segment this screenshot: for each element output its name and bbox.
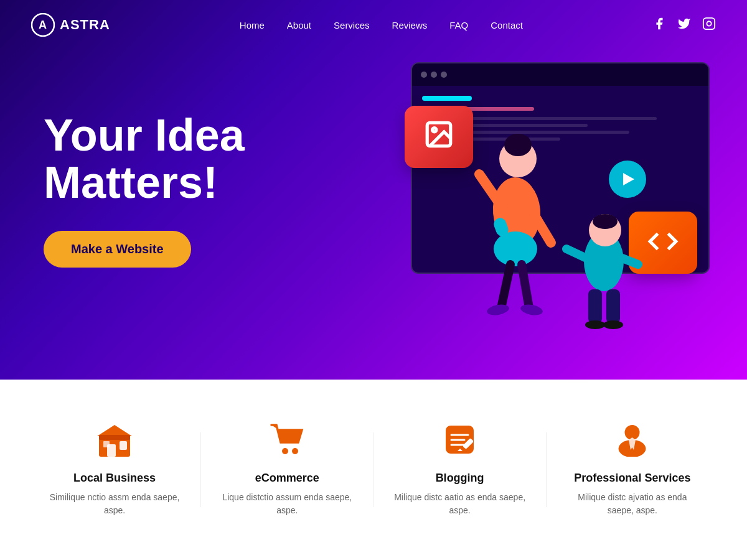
hero-section: Your Idea Matters! Make a Website	[0, 0, 747, 380]
nav-services[interactable]: Services	[334, 20, 370, 30]
ecommerce-icon	[270, 422, 304, 462]
svg-rect-29	[120, 441, 127, 450]
professional-icon	[615, 422, 649, 462]
svg-rect-31	[99, 435, 130, 440]
twitter-icon[interactable]	[677, 17, 691, 34]
divider-1	[200, 432, 201, 507]
hero-title: Your Idea Matters!	[44, 112, 245, 206]
play-button[interactable]	[609, 161, 646, 198]
divider-2	[373, 432, 374, 507]
main-nav: Home About Services Reviews FAQ Contact	[240, 20, 523, 30]
browser-dot-3	[441, 72, 447, 78]
professional-desc: Milique distc ajvatio as enda saepe, asp…	[564, 491, 701, 517]
svg-rect-2	[703, 17, 715, 29]
svg-rect-24	[606, 289, 620, 324]
svg-rect-30	[103, 441, 110, 447]
ecommerce-desc: Lique distctio assum enda saepe, aspe.	[218, 491, 355, 517]
service-ecommerce: eCommerce Lique distctio assum enda saep…	[218, 422, 355, 517]
svg-point-16	[520, 303, 543, 317]
cta-button[interactable]: Make a Website	[44, 231, 191, 268]
svg-text:A: A	[39, 19, 47, 31]
ecommerce-title: eCommerce	[255, 472, 319, 485]
blogging-desc: Milique distc aatio as enda saepe, aspe.	[392, 491, 529, 517]
nav-about[interactable]: About	[287, 20, 311, 30]
svg-rect-23	[588, 289, 602, 324]
svg-point-32	[282, 448, 288, 454]
browser-bar	[412, 63, 708, 86]
svg-point-5	[433, 128, 436, 131]
blogging-icon	[443, 422, 477, 462]
browser-accent-bar	[422, 96, 472, 101]
service-blogging: Blogging Milique distc aatio as enda sae…	[392, 422, 529, 517]
header: A ASTRA Home About Services Reviews FAQ …	[0, 0, 747, 50]
instagram-icon[interactable]	[702, 17, 716, 34]
image-card-icon	[423, 119, 454, 156]
service-professional: Professional Services Milique distc ajva…	[564, 422, 701, 517]
service-local-business: Local Business Similique nctio assm enda…	[46, 422, 183, 517]
svg-point-25	[585, 320, 605, 329]
nav-faq[interactable]: FAQ	[449, 20, 468, 30]
facebook-icon[interactable]	[652, 17, 666, 34]
svg-point-33	[292, 448, 298, 454]
local-business-icon	[96, 422, 133, 462]
logo[interactable]: A ASTRA	[31, 13, 110, 37]
floating-code-card	[629, 212, 697, 274]
play-icon	[623, 173, 634, 185]
local-business-title: Local Business	[73, 472, 156, 485]
browser-dot-1	[421, 72, 427, 78]
code-card-icon	[647, 226, 679, 259]
svg-point-15	[486, 303, 510, 317]
nav-contact[interactable]: Contact	[491, 20, 523, 30]
svg-point-26	[603, 320, 623, 329]
divider-3	[546, 432, 547, 507]
services-section: Local Business Similique nctio assm enda…	[0, 380, 747, 560]
nav-reviews[interactable]: Reviews	[392, 20, 428, 30]
blogging-title: Blogging	[436, 472, 484, 485]
nav-home[interactable]: Home	[240, 20, 265, 30]
hero-text: Your Idea Matters! Make a Website	[44, 112, 245, 268]
browser-dot-2	[431, 72, 437, 78]
floating-image-card	[405, 106, 473, 168]
social-icons	[652, 17, 716, 34]
local-business-desc: Similique nctio assm enda saepe, aspe.	[46, 491, 183, 517]
professional-title: Professional Services	[574, 472, 690, 485]
brand-name: ASTRA	[60, 17, 110, 33]
